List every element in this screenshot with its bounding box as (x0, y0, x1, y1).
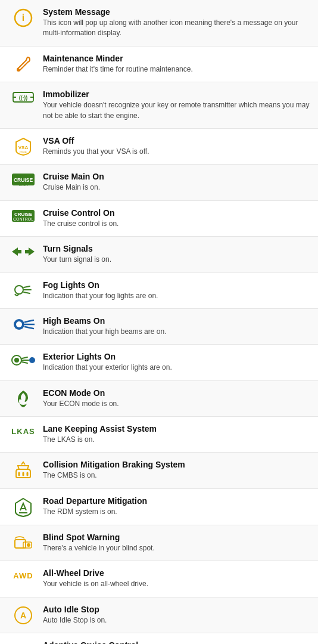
icon-cmbs (8, 460, 38, 480)
title-vsa-off: VSA Off (43, 136, 310, 145)
title-blind-spot-warning: Blind Spot Warning (43, 532, 310, 542)
svg-text:((·)): ((·)) (19, 95, 28, 101)
desc-cruise-control-on: The cruise control is on. (43, 219, 310, 229)
icon-fog-lights-on (8, 280, 38, 298)
svg-line-28 (22, 357, 27, 358)
list-item-lkas: LKAS Lane Keeping Assist System The LKAS… (0, 417, 318, 453)
title-cmbs: Collision Mitigation Braking System (43, 460, 310, 469)
svg-point-27 (14, 358, 19, 363)
svg-text:CONTROL: CONTROL (13, 217, 33, 221)
title-maintenance-minder: Maintenance Minder (43, 54, 310, 63)
text-cell-lkas: Lane Keeping Assist System The LKAS is o… (38, 424, 310, 445)
icon-econ-mode-on (8, 388, 38, 408)
icon-cruise-main-on: CRUISE MAIN (8, 172, 38, 186)
list-item-exterior-lights-on: Exterior Lights On Indication that your … (0, 345, 318, 380)
text-cell-fog-lights-on: Fog Lights On Indication that your fog l… (38, 280, 310, 301)
title-acc: Adaptive Cruise Control (43, 640, 310, 644)
icon-cruise-control-on: CRUISE CONTROL (8, 208, 38, 222)
list-item-maintenance-minder: Maintenance Minder Reminder that it's ti… (0, 47, 318, 82)
svg-line-23 (25, 320, 33, 322)
svg-text:AWD: AWD (13, 571, 33, 580)
desc-immobilizer: Your vehicle doesn't recognize your key … (43, 100, 310, 121)
svg-text:A: A (20, 611, 26, 620)
list-item-turn-signals: Turn Signals Your turn signal is on. (0, 237, 318, 273)
title-cruise-control-on: Cruise Control On (43, 208, 310, 218)
text-cell-exterior-lights-on: Exterior Lights On Indication that your … (38, 352, 310, 373)
icon-high-beams-on (8, 316, 38, 332)
desc-system-message: This icon will pop up along with another… (43, 18, 310, 39)
text-cell-maintenance-minder: Maintenance Minder Reminder that it's ti… (38, 54, 310, 75)
desc-auto-idle-stop: Auto Idle Stop is on. (43, 615, 310, 626)
desc-cmbs: The CMBS is on. (43, 470, 310, 481)
list-item-cruise-main-on: CRUISE MAIN Cruise Main On Cruise Main i… (0, 165, 318, 200)
svg-text:OFF: OFF (20, 150, 27, 154)
text-cell-blind-spot-warning: Blind Spot Warning There's a vehicle in … (38, 532, 310, 553)
list-item-blind-spot-warning: Blind Spot Warning There's a vehicle in … (0, 525, 318, 561)
svg-point-22 (16, 321, 22, 327)
text-cell-rdm: Road Departure Mitigation The RDM system… (38, 496, 310, 517)
text-cell-system-message: System Message This icon will pop up alo… (38, 7, 310, 39)
svg-point-31 (29, 357, 35, 363)
text-cell-awd: All-Wheel Drive Your vehicle is on all-w… (38, 568, 310, 589)
desc-lkas: The LKAS is on. (43, 435, 310, 445)
title-cruise-main-on: Cruise Main On (43, 172, 310, 181)
icon-maintenance-minder (8, 54, 38, 73)
list-item-acc: ACC Adaptive Cruise Control You are curr… (0, 633, 318, 644)
icon-acc: ACC (8, 640, 38, 644)
list-item-fog-lights-on: Fog Lights On Indication that your fog l… (0, 273, 318, 309)
text-cell-immobilizer: Immobilizer Your vehicle doesn't recogni… (38, 89, 310, 121)
desc-vsa-off: Reminds you that your VSA is off. (43, 147, 310, 157)
svg-text:VSA: VSA (18, 145, 29, 150)
icon-rdm (8, 496, 38, 518)
svg-line-30 (22, 362, 27, 363)
icon-exterior-lights-on (8, 352, 38, 367)
icon-lkas: LKAS (8, 424, 38, 437)
text-cell-high-beams-on: High Beams On Indication that your high … (38, 316, 310, 337)
title-awd: All-Wheel Drive (43, 568, 310, 578)
svg-text:LKAS: LKAS (11, 427, 35, 436)
title-system-message: System Message (43, 7, 310, 17)
list-item-econ-mode-on: ECON Mode On Your ECON mode is on. (0, 381, 318, 417)
list-item-awd: AWD All-Wheel Drive Your vehicle is on a… (0, 561, 318, 597)
list-item-system-message: i System Message This icon will pop up a… (0, 0, 318, 47)
icon-vsa-off: VSA OFF (8, 136, 38, 156)
list-item-vsa-off: VSA OFF VSA Off Reminds you that your VS… (0, 129, 318, 165)
list-item-high-beams-on: High Beams On Indication that your high … (0, 309, 318, 345)
icon-awd: AWD (8, 568, 38, 581)
title-fog-lights-on: Fog Lights On (43, 280, 310, 290)
desc-exterior-lights-on: Indication that your exterior lights are… (43, 363, 310, 373)
title-econ-mode-on: ECON Mode On (43, 388, 310, 398)
text-cell-auto-idle-stop: Auto Idle Stop Auto Idle Stop is on. (38, 605, 310, 626)
list-item-cruise-control-on: CRUISE CONTROL Cruise Control On The cru… (0, 201, 318, 237)
list-item-auto-idle-stop: A Auto Idle Stop Auto Idle Stop is on. (0, 597, 318, 633)
icon-blind-spot-warning (8, 532, 38, 553)
svg-marker-16 (25, 247, 35, 256)
desc-fog-lights-on: Indication that your fog lights are on. (43, 291, 310, 301)
icon-turn-signals (8, 244, 38, 258)
svg-point-2 (18, 69, 20, 70)
title-auto-idle-stop: Auto Idle Stop (43, 605, 310, 614)
desc-maintenance-minder: Reminder that it's time for routine main… (43, 64, 310, 75)
text-cell-cruise-control-on: Cruise Control On The cruise control is … (38, 208, 310, 229)
title-exterior-lights-on: Exterior Lights On (43, 352, 310, 361)
list-item-rdm: Road Departure Mitigation The RDM system… (0, 489, 318, 525)
text-cell-econ-mode-on: ECON Mode On Your ECON mode is on. (38, 388, 310, 409)
svg-marker-15 (12, 247, 21, 256)
text-cell-acc: Adaptive Cruise Control You are currentl… (38, 640, 310, 644)
desc-turn-signals: Your turn signal is on. (43, 255, 310, 265)
title-immobilizer: Immobilizer (43, 89, 310, 99)
list-item-cmbs: Collision Mitigation Braking System The … (0, 453, 318, 488)
title-turn-signals: Turn Signals (43, 244, 310, 253)
svg-text:CRUISE: CRUISE (14, 177, 33, 183)
svg-line-25 (25, 327, 33, 329)
svg-text:CRUISE: CRUISE (14, 212, 33, 217)
svg-line-20 (24, 292, 30, 293)
desc-blind-spot-warning: There's a vehicle in your blind spot. (43, 543, 310, 553)
title-rdm: Road Departure Mitigation (43, 496, 310, 506)
svg-line-18 (24, 286, 30, 287)
desc-cruise-main-on: Cruise Main is on. (43, 182, 310, 193)
text-cell-turn-signals: Turn Signals Your turn signal is on. (38, 244, 310, 265)
list-item-immobilizer: ((·)) Immobilizer Your vehicle doesn't r… (0, 82, 318, 129)
icon-auto-idle-stop: A (8, 605, 38, 625)
desc-high-beams-on: Indication that your high beams are on. (43, 327, 310, 337)
